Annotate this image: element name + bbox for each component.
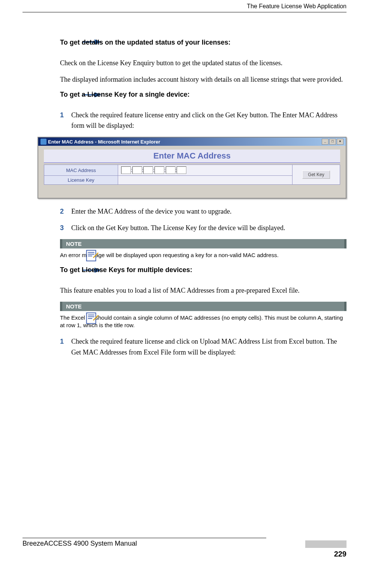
section-heading: To get details on the updated status of … xyxy=(60,39,346,46)
note-label: NOTE xyxy=(60,239,346,248)
step-number: 1 xyxy=(60,110,71,132)
mac-octet-input[interactable] xyxy=(143,166,153,174)
mac-octet-input[interactable] xyxy=(166,166,176,174)
license-key-cell xyxy=(118,176,292,185)
step-number: 2 xyxy=(60,206,71,217)
page-number: 229 xyxy=(334,550,346,558)
mac-octet-input[interactable] xyxy=(177,166,186,174)
section-heading: To get License Keys for multiple devices… xyxy=(60,266,346,274)
svg-rect-5 xyxy=(87,250,96,261)
body-text: The displayed information includes accou… xyxy=(60,74,346,85)
mac-octet-input[interactable] xyxy=(132,166,142,174)
step-number: 1 xyxy=(60,336,71,358)
note-label: NOTE xyxy=(60,302,346,311)
close-icon[interactable]: × xyxy=(337,139,344,145)
section-heading: To get a License Key for a single device… xyxy=(60,91,346,99)
minimize-icon[interactable]: _ xyxy=(322,139,328,145)
mac-octet-input[interactable] xyxy=(121,166,131,174)
mac-address-input-row: ::::: xyxy=(118,165,292,176)
note-icon xyxy=(84,311,99,326)
footer-manual-title: BreezeACCESS 4900 System Manual xyxy=(22,540,137,548)
window-titlebar: Enter MAC Address - Microsoft Internet E… xyxy=(38,138,346,146)
body-text: This feature enables you to load a list … xyxy=(60,285,346,296)
step-text: Click on the Get Key button. The License… xyxy=(71,223,346,233)
svg-rect-12 xyxy=(87,313,96,324)
note-text: The Excel file should contain a single c… xyxy=(60,311,346,329)
step-number: 3 xyxy=(60,223,71,233)
mac-octet-input[interactable] xyxy=(154,166,164,174)
mac-address-label: MAC Address xyxy=(44,165,118,176)
footer-decoration xyxy=(305,540,346,548)
maximize-icon[interactable]: □ xyxy=(329,139,336,145)
body-text: Check on the License Key Enquiry button … xyxy=(60,58,346,69)
window-title: Enter MAC Address - Microsoft Internet E… xyxy=(48,139,160,145)
page-header: The Feature License Web Application xyxy=(22,0,346,12)
ie-icon xyxy=(40,139,46,145)
dialog-screenshot: Enter MAC Address - Microsoft Internet E… xyxy=(38,137,346,199)
step-text: Check the required feature license and c… xyxy=(71,336,346,358)
step-text: Enter the MAC Address of the device you … xyxy=(71,206,346,217)
dialog-title: Enter MAC Address xyxy=(44,150,340,163)
note-icon xyxy=(84,249,99,263)
step-text: Check the required feature license entry… xyxy=(71,110,346,132)
get-key-button[interactable]: Get Key xyxy=(302,171,330,179)
license-key-label: License Key xyxy=(44,176,118,185)
note-text: An error message will be displayed upon … xyxy=(60,248,346,259)
